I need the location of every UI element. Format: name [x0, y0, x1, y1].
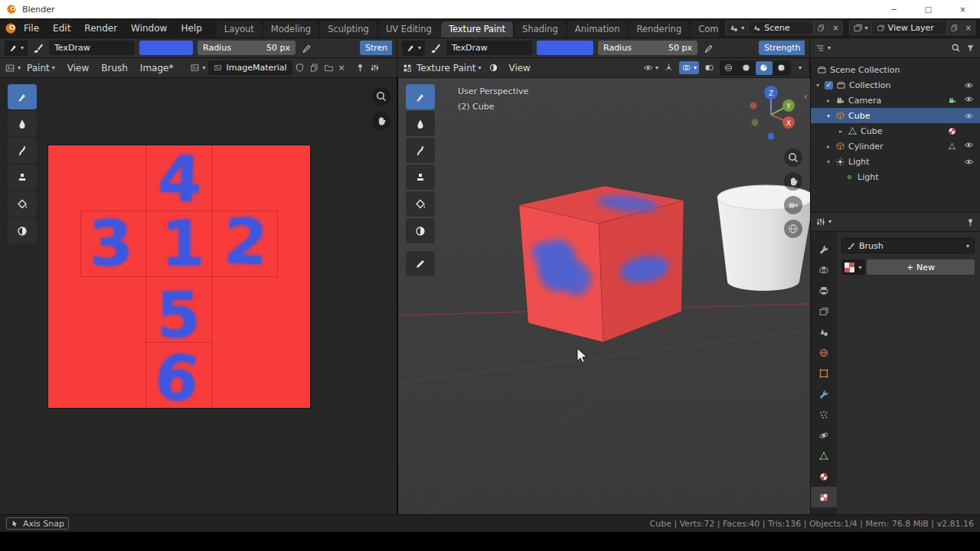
outliner-filter-icon[interactable]	[965, 43, 975, 53]
ie-strength-slider[interactable]: Stren	[360, 41, 392, 55]
tab-sculpting[interactable]: Sculpting	[320, 21, 377, 37]
vp-overlays-toggle[interactable]: ▾	[679, 61, 699, 74]
ie-tool-draw[interactable]	[8, 84, 37, 109]
tab-uv-editing[interactable]: UV Editing	[378, 21, 439, 37]
collection-checkbox[interactable]: ✓	[825, 81, 833, 90]
ie-brush-color-swatch[interactable]	[139, 41, 193, 55]
properties-tab-world[interactable]	[811, 342, 837, 363]
vp-shading-rendered-button[interactable]	[773, 61, 790, 75]
properties-tab-scene[interactable]	[811, 321, 837, 342]
vp-camera-view-control[interactable]	[784, 196, 802, 214]
disclosure-icon[interactable]: ▸	[825, 97, 832, 104]
minimize-button[interactable]: ─	[877, 0, 911, 18]
outliner-search-icon[interactable]	[951, 43, 961, 53]
disclosure-icon[interactable]: ▾	[825, 158, 832, 165]
vp-active-tool-button[interactable]: ▾	[402, 41, 425, 56]
vp-menu-view[interactable]: View	[502, 58, 536, 77]
vp-xray-toggle[interactable]	[704, 63, 714, 73]
vp-shading-solid-button[interactable]	[738, 61, 755, 75]
view-layer-name-field[interactable]: View Layer	[872, 21, 947, 35]
vp-shading-dropdown[interactable]: ▾	[799, 64, 802, 71]
vp-strength-slider[interactable]: Strength	[759, 41, 805, 55]
ie-brush-name-field[interactable]: TexDraw	[49, 41, 135, 55]
visibility-eye-icon[interactable]	[964, 157, 974, 167]
properties-tab-particles[interactable]	[811, 404, 837, 425]
outliner-row-cube-selected[interactable]: ▾ Cube	[811, 108, 980, 123]
ie-zoom-control[interactable]	[372, 87, 390, 106]
ie-tool-smear[interactable]	[8, 138, 37, 163]
blender-menu-icon[interactable]	[5, 22, 17, 34]
tab-rendering[interactable]: Rendering	[629, 21, 689, 37]
ie-open-image-button[interactable]	[324, 63, 334, 73]
viewport-canvas[interactable]: User Perspective (2) Cube ‹ Z Y X	[398, 78, 810, 514]
maximize-button[interactable]: □	[911, 0, 946, 18]
disclosure-icon[interactable]: ▸	[825, 143, 832, 150]
visibility-eye-icon[interactable]	[964, 94, 974, 106]
ie-pin-toggle[interactable]	[355, 63, 365, 73]
vp-zoom-control[interactable]	[784, 148, 802, 167]
vp-pan-control[interactable]	[784, 172, 802, 191]
ie-editor-type-button[interactable]: ▾	[5, 63, 21, 73]
vp-shading-wireframe-button[interactable]	[720, 61, 737, 75]
properties-tab-render[interactable]	[811, 259, 837, 280]
vp-mode-dropdown[interactable]: Texture Paint▾	[413, 58, 485, 77]
ie-radius-pressure-toggle[interactable]	[300, 42, 312, 54]
ie-menu-brush[interactable]: Brush	[95, 58, 134, 77]
image-editor-canvas-area[interactable]: 4 3 1 2 5 6	[0, 78, 397, 514]
outliner-row-collection[interactable]: ▾ ✓ Collection	[811, 77, 980, 93]
new-texture-button[interactable]: + New	[867, 259, 975, 275]
vp-tool-smear[interactable]	[406, 138, 435, 163]
vp-gizmos-toggle[interactable]	[664, 63, 674, 73]
vp-brush-name-field[interactable]: TexDraw	[446, 41, 532, 55]
ie-menu-view[interactable]: View	[61, 58, 95, 77]
ie-slot-menu-icon[interactable]	[370, 63, 380, 73]
visibility-eye-icon[interactable]	[964, 80, 974, 90]
outliner-row-cube-data[interactable]: ▸ Cube	[811, 123, 980, 139]
properties-tab-object-data[interactable]	[811, 445, 837, 466]
outliner-row-camera[interactable]: ▸ Camera	[811, 93, 980, 108]
gizmo-neg-x[interactable]	[750, 103, 757, 109]
menu-file[interactable]: File	[17, 18, 46, 37]
close-button[interactable]: ×	[946, 0, 980, 18]
tab-layout[interactable]: Layout	[217, 21, 262, 37]
ie-image-name-field[interactable]: ImageMaterial	[208, 60, 292, 75]
vp-tool-mask[interactable]	[406, 218, 435, 243]
ie-fake-user-toggle[interactable]	[295, 63, 305, 73]
vp-tool-soften[interactable]	[406, 111, 435, 136]
scene-new-button[interactable]	[814, 21, 829, 35]
properties-tab-view-layer[interactable]	[811, 301, 837, 321]
outliner-editor-type-button[interactable]: ▾	[815, 43, 831, 54]
cube-object[interactable]	[519, 186, 684, 342]
properties-tab-material[interactable]	[811, 466, 837, 487]
view-layer-browse-button[interactable]: ▾	[849, 21, 872, 35]
tab-texture-paint[interactable]: Texture Paint	[441, 21, 513, 37]
gizmo-neg-z[interactable]	[768, 133, 775, 140]
outliner-row-light[interactable]: ▾ Light	[811, 154, 980, 169]
properties-tab-texture[interactable]	[811, 487, 837, 507]
vp-tool-clone[interactable]	[406, 165, 435, 190]
disclosure-icon[interactable]: ▾	[814, 82, 822, 89]
paint-canvas[interactable]: 4 3 1 2 5 6	[48, 145, 310, 408]
view-layer-new-button[interactable]	[947, 21, 962, 35]
properties-tab-physics[interactable]	[811, 425, 837, 445]
ie-tool-clone[interactable]	[8, 165, 37, 190]
properties-tab-modifiers[interactable]	[811, 383, 837, 404]
disclosure-icon[interactable]: ▾	[825, 112, 832, 119]
ie-menu-image[interactable]: Image*	[134, 58, 180, 77]
tab-shading[interactable]: Shading	[514, 21, 566, 37]
view-layer-remove-button[interactable]: ×	[962, 21, 975, 35]
vp-paint-mask-toggle[interactable]	[488, 63, 498, 73]
vp-tool-fill[interactable]	[406, 191, 435, 217]
disclosure-icon[interactable]: ▸	[837, 128, 844, 135]
visibility-eye-icon[interactable]	[964, 140, 974, 152]
scene-name-field[interactable]: Scene	[748, 21, 814, 35]
ie-brush-icon[interactable]	[32, 42, 44, 54]
ie-tool-soften[interactable]	[8, 111, 37, 136]
menu-render[interactable]: Render	[77, 18, 124, 37]
ie-tool-mask[interactable]	[8, 218, 37, 243]
vp-radius-pressure-toggle[interactable]	[702, 42, 714, 54]
vp-object-visibility-button[interactable]: ▾	[643, 63, 658, 73]
properties-tab-tool[interactable]	[811, 239, 837, 259]
texture-browse-button[interactable]: ▾	[841, 259, 865, 275]
vp-tool-annotate[interactable]	[406, 251, 435, 276]
